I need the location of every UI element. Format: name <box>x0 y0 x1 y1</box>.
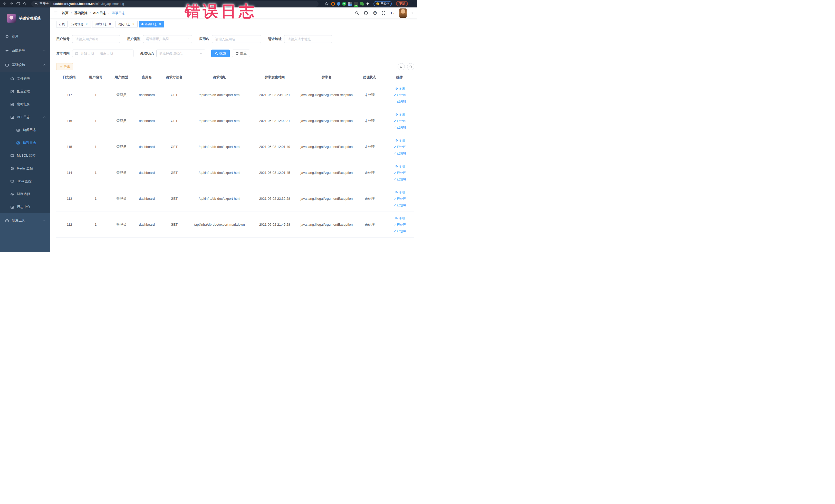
extension-star-icon[interactable] <box>366 2 370 6</box>
breadcrumb-item-1[interactable]: 首页 <box>62 11 68 15</box>
sidebar-item-访问日志[interactable]: 访问日志 <box>0 123 50 136</box>
back-icon[interactable] <box>3 2 7 6</box>
extension-grid-icon[interactable] <box>348 2 352 6</box>
reload-icon[interactable] <box>16 2 20 6</box>
action-已处理-link[interactable]: 已处理 <box>393 170 406 175</box>
tab-close-icon[interactable]: × <box>85 23 88 26</box>
tab-定时任务[interactable]: 定时任务× <box>69 21 91 27</box>
sidebar-item-研发工具[interactable]: 研发工具 <box>0 213 50 228</box>
tab-close-icon[interactable]: × <box>158 23 162 26</box>
export-button[interactable]: 导出 <box>56 63 73 70</box>
action-已处理-link[interactable]: 已处理 <box>393 196 406 201</box>
user-avatar[interactable] <box>400 8 407 18</box>
bookmark-star-icon[interactable] <box>324 2 329 6</box>
sidebar-item-java-监控[interactable]: Java 监控 <box>0 175 50 188</box>
extension-green-y-icon[interactable]: y <box>342 2 346 6</box>
sidebar-item-配置管理[interactable]: 配置管理 <box>0 85 50 98</box>
font-size-icon[interactable]: TT <box>390 11 395 15</box>
action-已处理-link[interactable]: 已处理 <box>393 144 406 149</box>
refresh-table-button[interactable] <box>407 63 414 70</box>
extension-on-toggle-icon[interactable] <box>354 2 358 6</box>
search-button[interactable]: 搜索 <box>211 49 230 57</box>
toggle-search-button[interactable] <box>398 63 405 70</box>
search-icon[interactable] <box>355 11 359 15</box>
process-status-select[interactable]: 请选择处理状态 <box>156 49 205 57</box>
tab-close-icon[interactable]: × <box>132 23 135 26</box>
action-详细-link[interactable]: 详细 <box>395 86 405 91</box>
tab-错误日志[interactable]: 错误日志× <box>139 21 164 27</box>
eye-icon <box>395 191 398 194</box>
monitor-icon <box>10 154 14 158</box>
reset-button-label: 重置 <box>240 51 247 56</box>
action-已忽略-link[interactable]: 已忽略 <box>393 99 406 104</box>
cloud-upload-icon <box>10 77 14 81</box>
eye-icon <box>395 139 398 142</box>
tab-调度日志[interactable]: 调度日志× <box>92 21 114 27</box>
sidebar-item-文件管理[interactable]: 文件管理 <box>0 72 50 85</box>
breadcrumb-item-2[interactable]: 基础设施 <box>74 11 87 15</box>
cell-id: 113 <box>56 196 83 201</box>
user-type-select[interactable]: 请选择用户类型 <box>143 35 192 43</box>
github-icon[interactable] <box>364 11 368 15</box>
hamburger-icon[interactable] <box>54 11 58 15</box>
reset-button[interactable]: 重置 <box>232 49 250 57</box>
sidebar-item-api-日志[interactable]: API 日志 <box>0 110 50 123</box>
error-log-table: 日志编号用户编号用户类型应用名请求方法名请求地址异常发生时间异常名处理状态操作1… <box>56 73 414 238</box>
cell-user_id: 1 <box>83 196 108 201</box>
cell-url: /api/infra/db-doc/export-html <box>189 118 250 123</box>
sidebar-item-错误日志[interactable]: 错误日志 <box>0 136 50 149</box>
extension-orange-ring-icon[interactable] <box>331 2 335 6</box>
extension-blue-drop-icon[interactable] <box>337 2 340 6</box>
user-id-input[interactable] <box>72 35 120 43</box>
action-label: 已忽略 <box>397 203 406 207</box>
main-content: 用户编号 用户类型 请选择用户类型 应用名 请求地址 异常时间 开始日期 - 结… <box>50 30 418 252</box>
request-url-input[interactable] <box>284 35 332 43</box>
sidebar-item-系统管理[interactable]: 系统管理 <box>0 43 50 58</box>
tab-访问日志[interactable]: 访问日志× <box>116 21 138 27</box>
sidebar-item-链路追踪[interactable]: 链路追踪 <box>0 188 50 201</box>
paused-extension-badge[interactable]: 已暂停 <box>373 1 392 6</box>
eye-icon <box>395 113 398 116</box>
sidebar-item-redis-监控[interactable]: Redis 监控 <box>0 162 50 175</box>
update-button[interactable]: 更新 <box>396 1 408 6</box>
sidebar-item-首页[interactable]: 首页 <box>0 29 50 43</box>
action-已忽略-link[interactable]: 已忽略 <box>393 177 406 182</box>
action-已忽略-link[interactable]: 已忽略 <box>393 125 406 130</box>
sidebar-item-定时任务[interactable]: 定时任务 <box>0 98 50 110</box>
paused-label: 已暂停 <box>381 2 389 6</box>
action-已忽略-link[interactable]: 已忽略 <box>393 151 406 156</box>
column-header-9: 处理状态 <box>354 75 385 80</box>
action-详细-link[interactable]: 详细 <box>395 190 405 195</box>
action-已处理-link[interactable]: 已处理 <box>393 222 406 227</box>
address-bar[interactable]: 不安全 dashboard.yudao.iocoder.cn/infra/log… <box>31 1 319 7</box>
fullscreen-icon[interactable] <box>382 11 386 15</box>
cell-method: GET <box>160 118 189 123</box>
sidebar-item-日志中心[interactable]: 日志中心 <box>0 201 50 213</box>
action-详细-link[interactable]: 详细 <box>395 112 405 117</box>
forward-icon[interactable] <box>9 2 14 6</box>
action-详细-link[interactable]: 详细 <box>395 216 405 221</box>
sidebar-item-基础设施[interactable]: 基础设施 <box>0 58 50 72</box>
action-详细-link[interactable]: 详细 <box>395 164 405 169</box>
sidebar-item-mysql-监控[interactable]: MySQL 监控 <box>0 149 50 162</box>
action-已处理-link[interactable]: 已处理 <box>393 93 406 97</box>
app-name-input[interactable] <box>212 35 261 43</box>
action-已忽略-link[interactable]: 已忽略 <box>393 203 406 207</box>
action-已处理-link[interactable]: 已处理 <box>393 119 406 123</box>
security-label[interactable]: 不安全 <box>40 2 49 6</box>
tab-label: 定时任务 <box>72 22 84 26</box>
action-详细-link[interactable]: 详细 <box>395 138 405 143</box>
help-icon[interactable]: ? <box>373 11 377 15</box>
breadcrumb-item-3[interactable]: API 日志 <box>93 11 106 15</box>
action-已忽略-link[interactable]: 已忽略 <box>393 229 406 234</box>
browser-home-icon[interactable] <box>23 2 27 6</box>
extension-leaf-icon[interactable] <box>360 2 364 6</box>
tab-首页[interactable]: 首页 <box>56 21 67 27</box>
user-caret-down-icon[interactable] <box>411 12 414 14</box>
sidebar-filler <box>0 228 50 252</box>
app-logo-row[interactable]: 芋道管理系统 <box>0 7 50 29</box>
browser-menu-icon[interactable] <box>411 2 415 6</box>
sidebar-item-label: 系统管理 <box>12 48 25 53</box>
exception-time-range-picker[interactable]: 开始日期 - 结束日期 <box>72 49 134 57</box>
tab-close-icon[interactable]: × <box>108 23 111 26</box>
